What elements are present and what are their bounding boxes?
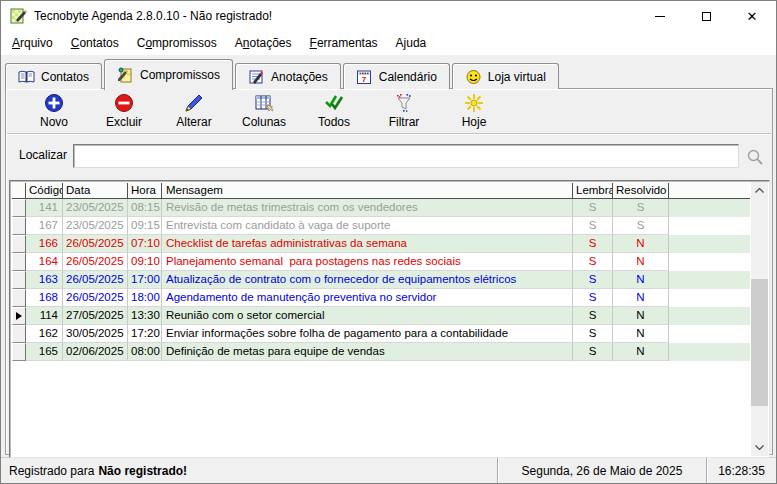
- tab-label: Calendário: [379, 70, 437, 84]
- row-selector[interactable]: [12, 307, 26, 325]
- cell-hora: 17:00: [128, 271, 162, 289]
- scroll-down-button[interactable]: [751, 439, 768, 456]
- tool-label: Filtrar: [389, 115, 420, 129]
- cell-lembrar: S: [573, 235, 613, 253]
- vertical-scrollbar[interactable]: [751, 182, 768, 456]
- header-lembrar[interactable]: Lembrar: [573, 183, 613, 198]
- novo-button[interactable]: Novo: [19, 90, 89, 132]
- cell-codigo: 164: [26, 253, 63, 271]
- row-selector[interactable]: [12, 343, 26, 361]
- tab-anotacoes[interactable]: Anotações: [235, 63, 341, 89]
- header-hora[interactable]: Hora: [128, 183, 162, 198]
- cell-hora: 07:10: [128, 235, 162, 253]
- row-selector[interactable]: [12, 199, 26, 217]
- cell-codigo: 165: [26, 343, 63, 361]
- cell-mensagem: Checklist de tarefas administrativas da …: [162, 235, 573, 253]
- filtrar-button[interactable]: Filtrar: [369, 90, 439, 132]
- cell-resolvido: N: [613, 343, 669, 361]
- row-selector[interactable]: [12, 325, 26, 343]
- menu-compromissos[interactable]: Compromissos: [128, 31, 226, 55]
- menu-bar: Arquivo Contatos Compromissos Anotações …: [1, 31, 776, 55]
- cell-data: 23/05/2025: [63, 217, 128, 235]
- table-row[interactable]: 167 23/05/2025 09:15 Entrevista com cand…: [12, 217, 750, 235]
- header-codigo[interactable]: Código: [26, 183, 63, 198]
- tool-label: Hoje: [462, 115, 487, 129]
- excluir-button[interactable]: Excluir: [89, 90, 159, 132]
- scrollbar-thumb[interactable]: [751, 279, 768, 406]
- header-data[interactable]: Data: [63, 183, 128, 198]
- cell-data: 02/06/2025: [63, 343, 128, 361]
- cell-mensagem: Atualização de contrato com o fornecedor…: [162, 271, 573, 289]
- cell-codigo: 166: [26, 235, 63, 253]
- cell-resolvido: S: [613, 217, 669, 235]
- table-row[interactable]: 163 26/05/2025 17:00 Atualização de cont…: [12, 271, 750, 289]
- cell-data: 30/05/2025: [63, 325, 128, 343]
- table-row[interactable]: 164 26/05/2025 09:10 Planejamento semana…: [12, 253, 750, 271]
- smiley-icon: [465, 69, 482, 85]
- menu-contatos[interactable]: Contatos: [62, 31, 128, 55]
- cell-hora: 18:00: [128, 289, 162, 307]
- row-selector[interactable]: [12, 289, 26, 307]
- tab-label: Compromissos: [140, 68, 220, 82]
- tab-page-compromissos: Novo Excluir Alterar: [5, 88, 773, 455]
- cell-hora: 13:30: [128, 307, 162, 325]
- tab-calendario[interactable]: 7 Calendário: [343, 63, 450, 89]
- status-bar: Registrado para Não registrado! Segunda,…: [1, 457, 776, 483]
- cell-lembrar: S: [573, 289, 613, 307]
- header-mensagem[interactable]: Mensagem: [162, 183, 573, 198]
- table-row-selected[interactable]: 114 27/05/2025 13:30 Reunião com o setor…: [12, 307, 750, 325]
- cell-codigo: 167: [26, 217, 63, 235]
- table-row[interactable]: 162 30/05/2025 17:20 Enviar informações …: [12, 325, 750, 343]
- chevron-up-icon: [755, 188, 764, 193]
- cell-mensagem: Entrevista com candidato à vaga de supor…: [162, 217, 573, 235]
- close-button[interactable]: ✕: [729, 1, 775, 31]
- titlebar[interactable]: Tecnobyte Agenda 2.8.0.10 - Não registra…: [1, 1, 776, 31]
- colunas-button[interactable]: Colunas: [229, 90, 299, 132]
- table-row[interactable]: 166 26/05/2025 07:10 Checklist de tarefa…: [12, 235, 750, 253]
- row-selector[interactable]: [12, 235, 26, 253]
- todos-button[interactable]: Todos: [299, 90, 369, 132]
- cell-lembrar: S: [573, 217, 613, 235]
- header-resolvido[interactable]: Resolvido: [613, 183, 669, 198]
- search-input[interactable]: [73, 144, 739, 168]
- minimize-button[interactable]: [637, 1, 683, 31]
- menu-ferramentas[interactable]: Ferramentas: [301, 31, 387, 55]
- time-text: 16:28:35: [718, 464, 765, 478]
- menu-ajuda[interactable]: Ajuda: [387, 31, 436, 55]
- row-selector[interactable]: [12, 271, 26, 289]
- table-row[interactable]: 165 02/06/2025 08:00 Definição de metas …: [12, 343, 750, 361]
- search-button[interactable]: [744, 146, 766, 168]
- appointments-grid: Código Data Hora Mensagem Lembrar Resolv…: [9, 180, 770, 458]
- app-window: Tecnobyte Agenda 2.8.0.10 - Não registra…: [0, 0, 777, 484]
- tool-label: Colunas: [242, 115, 286, 129]
- cell-hora: 17:20: [128, 325, 162, 343]
- maximize-button[interactable]: [683, 1, 729, 31]
- cell-resolvido: N: [613, 325, 669, 343]
- cell-data: 26/05/2025: [63, 271, 128, 289]
- menu-arquivo[interactable]: Arquivo: [3, 31, 62, 55]
- alterar-button[interactable]: Alterar: [159, 90, 229, 132]
- table-row[interactable]: 141 23/05/2025 08:15 Revisão de metas tr…: [12, 199, 750, 217]
- svg-text:7: 7: [362, 75, 367, 84]
- status-date: Segunda, 26 de Maio de 2025: [498, 458, 707, 483]
- menu-anotacoes[interactable]: Anotações: [226, 31, 301, 55]
- cell-resolvido: N: [613, 271, 669, 289]
- cell-mensagem: Planejamento semanal para postagens nas …: [162, 253, 573, 271]
- minimize-icon: [655, 16, 665, 17]
- grid-header: Código Data Hora Mensagem Lembrar Resolv…: [12, 183, 750, 199]
- tab-loja-virtual[interactable]: Loja virtual: [452, 63, 559, 89]
- table-row[interactable]: 168 26/05/2025 18:00 Agendamento de manu…: [12, 289, 750, 307]
- tab-compromissos[interactable]: Compromissos: [104, 59, 233, 90]
- sun-icon: [464, 93, 484, 113]
- row-selector[interactable]: [12, 253, 26, 271]
- scroll-up-button[interactable]: [751, 182, 768, 199]
- double-check-icon: [324, 93, 344, 113]
- row-selector[interactable]: [12, 217, 26, 235]
- cell-hora: 09:15: [128, 217, 162, 235]
- tab-contatos[interactable]: Contatos: [5, 63, 102, 89]
- cell-resolvido: N: [613, 289, 669, 307]
- status-time: 16:28:35: [707, 458, 776, 483]
- cell-hora: 08:00: [128, 343, 162, 361]
- hoje-button[interactable]: Hoje: [439, 90, 509, 132]
- tab-strip: Contatos Compromissos: [5, 58, 561, 89]
